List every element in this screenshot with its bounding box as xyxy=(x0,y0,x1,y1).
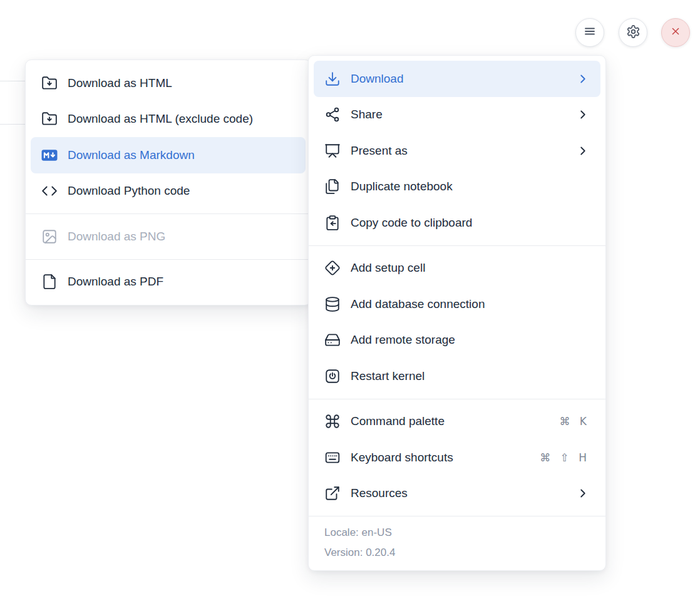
menu-item-label: Keyboard shortcuts xyxy=(351,451,530,465)
menu-item-duplicate-notebook[interactable]: Duplicate notebook xyxy=(309,169,605,205)
menu-divider xyxy=(26,213,311,214)
menu-item-label: Add setup cell xyxy=(351,261,590,275)
command-icon xyxy=(324,413,341,429)
menu-item-label: Share xyxy=(351,108,566,121)
menu-item-label: Download as PNG xyxy=(68,230,295,244)
locale-info: Locale: en-US xyxy=(309,523,605,543)
menu-item-label: Download xyxy=(351,72,566,86)
power-icon xyxy=(324,368,341,384)
notebook-menu: Download Share Present as Duplicate note… xyxy=(308,55,606,571)
close-x-icon xyxy=(669,24,682,41)
menu-item-label: Add database connection xyxy=(351,297,590,311)
image-icon xyxy=(41,228,58,245)
close-button[interactable] xyxy=(661,18,690,47)
clipboard-arrow-icon xyxy=(324,215,341,231)
menu-item-command-palette[interactable]: Command palette ⌘ K xyxy=(309,404,605,440)
menu-item-label: Present as xyxy=(351,144,566,158)
menu-item-resources[interactable]: Resources xyxy=(309,476,605,512)
menu-footer: Locale: en-US Version: 0.20.4 xyxy=(309,516,605,565)
hamburger-icon xyxy=(582,24,597,41)
menu-item-download-as-markdown[interactable]: Download as Markdown xyxy=(31,137,306,173)
markdown-icon xyxy=(41,147,58,163)
chevron-right-icon xyxy=(576,144,590,158)
keyboard-icon xyxy=(324,449,341,466)
shortcut-command-k: ⌘ K xyxy=(559,415,590,428)
menu-item-label: Restart kernel xyxy=(351,369,590,383)
external-link-icon xyxy=(324,485,341,501)
menu-divider xyxy=(309,245,605,246)
menu-item-label: Download as HTML (exclude code) xyxy=(68,112,295,126)
menu-item-label: Download as Markdown xyxy=(68,148,295,162)
chevron-right-icon xyxy=(576,486,590,500)
menu-item-label: Copy code to clipboard xyxy=(351,216,590,230)
menu-item-label: Download as PDF xyxy=(68,275,295,289)
menu-item-label: Download Python code xyxy=(68,184,295,198)
diamond-plus-icon xyxy=(324,260,341,276)
menu-button[interactable] xyxy=(575,18,604,47)
file-icon xyxy=(41,274,58,290)
menu-item-add-remote-storage[interactable]: Add remote storage xyxy=(309,322,605,359)
menu-divider xyxy=(26,259,311,260)
chevron-right-icon xyxy=(576,72,590,86)
chevron-right-icon xyxy=(576,108,590,121)
version-info: Version: 0.20.4 xyxy=(309,543,605,563)
presentation-icon xyxy=(324,143,341,159)
menu-item-add-database-connection[interactable]: Add database connection xyxy=(309,286,605,322)
menu-item-download-as-html[interactable]: Download as HTML xyxy=(26,65,311,101)
hard-drive-icon xyxy=(324,332,341,348)
download-submenu: Download as HTML Download as HTML (exclu… xyxy=(25,59,311,305)
menu-item-download-as-pdf[interactable]: Download as PDF xyxy=(26,264,311,300)
menu-item-share[interactable]: Share xyxy=(309,97,605,133)
page-divider-line xyxy=(0,81,26,81)
menu-item-download-python-code[interactable]: Download Python code xyxy=(26,173,311,210)
code-icon xyxy=(41,183,58,199)
menu-item-label: Resources xyxy=(351,486,566,500)
menu-item-label: Command palette xyxy=(351,414,549,428)
menu-item-present-as[interactable]: Present as xyxy=(309,133,605,169)
download-icon xyxy=(324,71,341,87)
menu-item-add-setup-cell[interactable]: Add setup cell xyxy=(309,250,605,287)
folder-down-icon xyxy=(41,111,58,127)
menu-item-label: Duplicate notebook xyxy=(351,180,590,193)
menu-item-download-as-html-exclude-code[interactable]: Download as HTML (exclude code) xyxy=(26,101,311,138)
gear-icon xyxy=(626,24,641,41)
page-divider-line xyxy=(0,124,26,125)
menu-item-keyboard-shortcuts[interactable]: Keyboard shortcuts ⌘ ⇧ H xyxy=(309,439,605,476)
menu-item-label: Download as HTML xyxy=(68,76,295,90)
menu-item-download[interactable]: Download xyxy=(314,61,600,97)
database-icon xyxy=(324,296,341,312)
menu-divider xyxy=(309,399,605,399)
folder-down-icon xyxy=(41,75,58,91)
menu-item-restart-kernel[interactable]: Restart kernel xyxy=(309,358,605,394)
menu-item-download-as-png: Download as PNG xyxy=(26,218,311,255)
files-icon xyxy=(324,178,341,195)
share-icon xyxy=(324,106,341,123)
menu-item-copy-code-to-clipboard[interactable]: Copy code to clipboard xyxy=(309,205,605,241)
menu-item-label: Add remote storage xyxy=(351,333,590,347)
shortcut-command-shift-h: ⌘ ⇧ H xyxy=(540,451,590,464)
settings-button[interactable] xyxy=(619,18,647,47)
